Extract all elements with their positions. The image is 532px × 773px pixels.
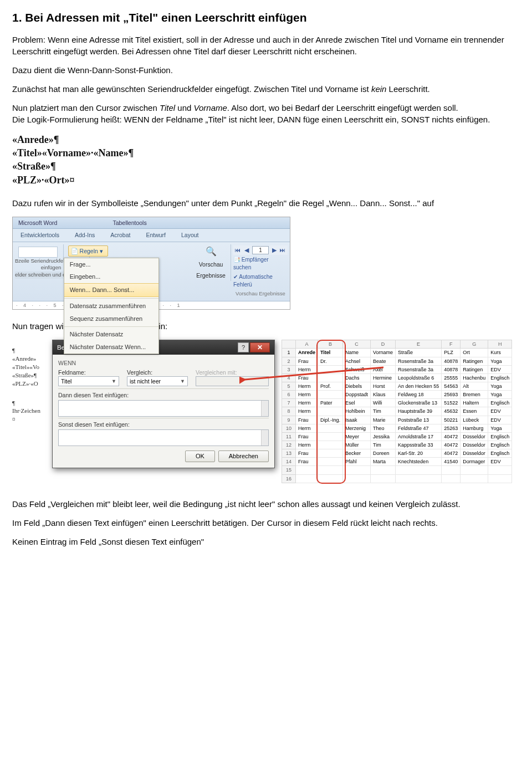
cell <box>343 466 371 474</box>
text: Nun platziert man den Cursor zwischen <box>12 103 160 112</box>
cell <box>488 474 512 483</box>
help-button[interactable]: ? <box>238 342 249 352</box>
cell <box>371 474 396 483</box>
row-number: 13 <box>282 449 296 458</box>
preview-label: Ergebnisse <box>193 268 228 279</box>
menu-item-datensatz[interactable]: Datensatz zusammenführen <box>64 300 158 313</box>
word-ribbon: Microsoft Word Tabellentools Entwicklert… <box>12 217 290 310</box>
cancel-button[interactable]: Abbrechen <box>218 451 269 462</box>
vergleichen-mit-field <box>196 376 269 386</box>
sonst-text-input[interactable] <box>58 429 269 446</box>
ribbon-tab[interactable]: Layout <box>173 229 207 241</box>
cell: Englisch <box>488 399 512 407</box>
cell: Frau <box>296 432 318 441</box>
cell: Dormager <box>461 458 488 466</box>
cell: Englisch <box>488 449 512 458</box>
cell: Karl-Str. 20 <box>396 449 442 458</box>
group-name: Vorschau Ergebnisse <box>233 289 288 298</box>
column-header: A <box>296 340 318 349</box>
insert-field-icon[interactable] <box>18 247 58 258</box>
close-button[interactable]: ✕ <box>250 342 270 352</box>
cell: EDV <box>488 407 512 416</box>
column-header: H <box>488 340 512 349</box>
emphasis: Vorname <box>194 103 227 112</box>
cell: Hauptstraße 39 <box>396 407 442 416</box>
cell <box>461 474 488 483</box>
ribbon-tab[interactable]: Entwurf <box>138 229 173 241</box>
column-header: D <box>371 340 396 349</box>
vergleich-select[interactable]: ist nicht leer▼ <box>127 376 188 386</box>
menu-item-eingeben[interactable]: Eingeben... <box>64 270 158 283</box>
last-record-button[interactable]: ⏭ <box>280 246 286 254</box>
cell: Ratingen <box>461 357 488 365</box>
scrollbar[interactable] <box>261 430 268 446</box>
cell: Müller <box>343 441 371 449</box>
cell: EDV <box>488 365 512 373</box>
ribbon-tab[interactable]: Entwicklertools <box>13 229 67 241</box>
cell: Doreen <box>371 449 396 458</box>
cell: Herrn <box>296 441 318 449</box>
cell: Pater <box>318 399 343 407</box>
next-record-button[interactable]: ▶ <box>272 246 277 254</box>
ribbon-tabs: Entwicklertools Add-Ins Acrobat Entwurf … <box>13 229 290 242</box>
cell: Yoga <box>488 391 512 399</box>
ok-button[interactable]: OK <box>185 451 215 462</box>
cell: Merzenig <box>343 424 371 432</box>
header-cell: Titel <box>318 349 343 357</box>
scrollbar[interactable] <box>261 401 268 416</box>
cell: Glockenstraße 13 <box>396 399 442 407</box>
cell: 40472 <box>442 441 461 449</box>
regeln-dropdown-button[interactable]: 📄 Regeln ▾ <box>68 245 108 257</box>
cell: Dachs <box>343 373 371 382</box>
cell: Tim <box>371 441 396 449</box>
cell: Knechtsteden <box>396 458 442 466</box>
app-title: Microsoft Word <box>13 217 63 228</box>
cell: EDV <box>488 416 512 424</box>
row-number: 6 <box>282 391 296 399</box>
text: . Also dort, wo bei Bedarf der Leerschri… <box>227 103 458 112</box>
label-vergleichen-mit: Vergleichen mit: <box>196 368 269 376</box>
menu-item-sequenz[interactable]: Sequenz zusammenführen <box>64 313 158 325</box>
dann-text-input[interactable] <box>58 400 269 417</box>
row-number: 15 <box>282 466 296 474</box>
menu-item-wenn-dann-sonst[interactable]: Wenn... Dann... Sonst... <box>64 283 158 297</box>
paragraph: Dazu rufen wir in der Symbolleiste „Send… <box>12 198 520 209</box>
cell: Englisch <box>488 432 512 441</box>
find-recipient-button[interactable]: 📑 Empfänger suchen <box>233 255 288 272</box>
cell: Klaus <box>371 391 396 399</box>
cell: Hachenbu <box>461 373 488 382</box>
group-label-wenn: WENN <box>58 359 269 367</box>
ribbon-tab[interactable]: Acrobat <box>103 229 138 241</box>
preview-label: Vorschau <box>193 257 228 268</box>
cell: Ratingen <box>461 365 488 373</box>
cell: Rosenstraße 3a <box>396 357 442 365</box>
cell <box>396 474 442 483</box>
cell: Axel <box>371 365 396 373</box>
preview-results-icon[interactable]: 🔍 <box>193 245 228 258</box>
cell: Herrn <box>296 407 318 416</box>
mergefield-line: «PLZ»·«Ort»¤ <box>12 173 520 187</box>
row-number: 8 <box>282 407 296 416</box>
header-cell: Anrede <box>296 349 318 357</box>
ribbon-tab[interactable]: Add-Ins <box>67 229 103 241</box>
column-header: E <box>396 340 442 349</box>
cell: Tim <box>371 407 396 416</box>
menu-item-naechster-wenn[interactable]: Nächster Datensatz Wenn... <box>64 341 158 354</box>
feldname-select[interactable]: Titel▼ <box>58 376 119 386</box>
emphasis: kein <box>371 84 387 94</box>
record-number-field[interactable]: 1 <box>252 246 269 255</box>
row-number: 14 <box>282 458 296 466</box>
menu-item-frage[interactable]: Frage... <box>64 258 158 271</box>
row-number: 2 <box>282 357 296 365</box>
header-cell: PLZ <box>442 349 461 357</box>
prev-record-button[interactable]: ◀ <box>244 246 249 254</box>
auto-error-check-button[interactable]: ✔ Automatische Fehlerü <box>233 272 288 289</box>
label-feldname: Feldname: <box>58 368 119 376</box>
header-cell: Straße <box>396 349 442 357</box>
first-record-button[interactable]: ⏮ <box>235 246 241 254</box>
cell <box>343 474 371 483</box>
cell <box>318 466 343 474</box>
menu-item-naechster[interactable]: Nächster Datensatz <box>64 328 158 341</box>
cell: Hamburg <box>461 424 488 432</box>
mergefield-line: «Titel»«Vorname»·«Name»¶ <box>12 146 520 160</box>
